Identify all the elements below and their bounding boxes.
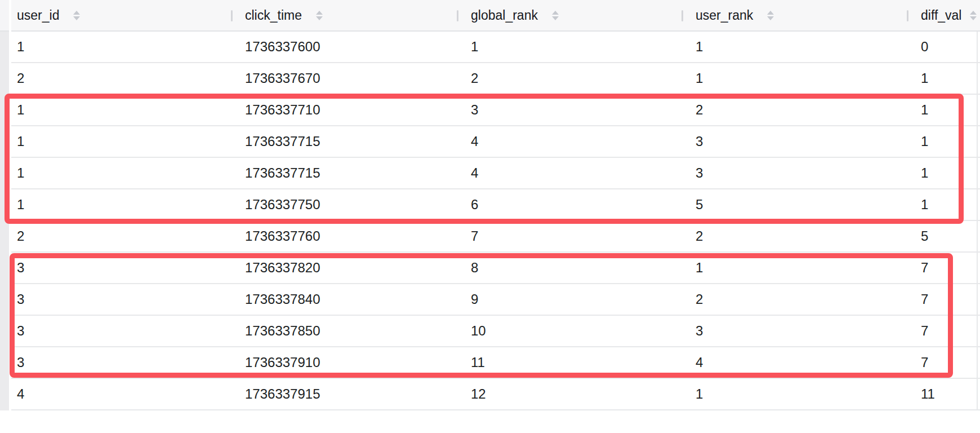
cell-click_time[interactable]: 1736337915 — [232, 379, 458, 409]
sort-arrows-icon[interactable] — [316, 11, 323, 20]
table-row: 11736337600110 — [11, 32, 980, 63]
cell-diff_val[interactable]: 5 — [908, 221, 980, 251]
cell-click_time[interactable]: 1736337710 — [232, 95, 458, 125]
column-resize-handle[interactable] — [907, 10, 908, 21]
cell-user_rank[interactable]: 1 — [683, 253, 908, 283]
cell-user_rank[interactable]: 1 — [683, 379, 908, 409]
cell-user_rank[interactable]: 2 — [683, 95, 908, 125]
column-label: click_time — [245, 8, 302, 23]
cell-user_id[interactable]: 1 — [11, 95, 232, 125]
table-row: 317363379101147 — [11, 347, 980, 379]
sort-arrows-icon[interactable] — [73, 11, 80, 20]
cell-user_id[interactable]: 2 — [11, 221, 232, 251]
table-body: 1173633760011021736337670211117363377103… — [11, 32, 980, 410]
column-header-diff_val[interactable]: diff_val — [908, 0, 980, 30]
table-row: 31736337840927 — [11, 284, 980, 316]
cell-user_id[interactable]: 2 — [11, 63, 232, 94]
cell-user_id[interactable]: 1 — [11, 158, 232, 188]
cell-global_rank[interactable]: 9 — [458, 284, 683, 315]
results-grid: user_idclick_timeglobal_rankuser_rankdif… — [0, 0, 980, 433]
column-label: user_id — [17, 8, 59, 23]
table-row: 11736337715431 — [11, 158, 980, 189]
table-row: 11736337715431 — [11, 126, 980, 158]
cell-global_rank[interactable]: 7 — [458, 221, 683, 251]
cell-diff_val[interactable]: 7 — [908, 284, 980, 315]
cell-user_id[interactable]: 3 — [11, 347, 232, 378]
cell-diff_val[interactable]: 7 — [908, 316, 980, 346]
cell-user_id[interactable]: 3 — [11, 284, 232, 315]
cell-user_id[interactable]: 1 — [11, 189, 232, 220]
cell-click_time[interactable]: 1736337670 — [232, 63, 458, 94]
table-row: 21736337670211 — [11, 63, 980, 95]
table-row: 317363378501037 — [11, 316, 980, 347]
row-gutter-header — [0, 0, 9, 32]
cell-diff_val[interactable]: 7 — [908, 253, 980, 283]
cell-global_rank[interactable]: 10 — [458, 316, 683, 346]
cell-user_id[interactable]: 3 — [11, 316, 232, 346]
table-row: 21736337760725 — [11, 221, 980, 253]
cell-click_time[interactable]: 1736337850 — [232, 316, 458, 346]
cell-diff_val[interactable]: 7 — [908, 347, 980, 378]
sort-arrows-icon[interactable] — [767, 11, 774, 20]
table-row: 11736337750651 — [11, 189, 980, 221]
cell-user_rank[interactable]: 1 — [683, 32, 908, 62]
header-row: user_idclick_timeglobal_rankuser_rankdif… — [11, 0, 980, 32]
sort-arrows-icon[interactable] — [552, 11, 559, 20]
column-header-user_id[interactable]: user_id — [11, 0, 232, 30]
column-header-user_rank[interactable]: user_rank — [683, 0, 908, 30]
cell-user_id[interactable]: 3 — [11, 253, 232, 283]
cell-global_rank[interactable]: 4 — [458, 158, 683, 188]
cell-user_rank[interactable]: 3 — [683, 316, 908, 346]
column-resize-handle[interactable] — [681, 10, 683, 21]
cell-click_time[interactable]: 1736337715 — [232, 126, 458, 157]
cell-click_time[interactable]: 1736337760 — [232, 221, 458, 251]
cell-global_rank[interactable]: 2 — [458, 63, 683, 94]
cell-diff_val[interactable]: 1 — [908, 126, 980, 157]
column-label: diff_val — [921, 8, 961, 23]
cell-global_rank[interactable]: 4 — [458, 126, 683, 157]
cell-click_time[interactable]: 1736337750 — [232, 189, 458, 220]
cell-user_rank[interactable]: 3 — [683, 126, 908, 157]
row-gutter — [0, 0, 9, 410]
cell-user_rank[interactable]: 2 — [683, 221, 908, 251]
table-row: 4173633791512111 — [11, 379, 980, 410]
cell-user_rank[interactable]: 5 — [683, 189, 908, 220]
cell-global_rank[interactable]: 11 — [458, 347, 683, 378]
cell-diff_val[interactable]: 0 — [908, 32, 980, 62]
cell-user_rank[interactable]: 3 — [683, 158, 908, 188]
cell-click_time[interactable]: 1736337840 — [232, 284, 458, 315]
cell-diff_val[interactable]: 1 — [908, 63, 980, 94]
cell-diff_val[interactable]: 11 — [908, 379, 980, 409]
column-header-click_time[interactable]: click_time — [232, 0, 458, 30]
cell-global_rank[interactable]: 6 — [458, 189, 683, 220]
cell-global_rank[interactable]: 3 — [458, 95, 683, 125]
column-header-global_rank[interactable]: global_rank — [458, 0, 683, 30]
cell-click_time[interactable]: 1736337600 — [232, 32, 458, 62]
cell-diff_val[interactable]: 1 — [908, 158, 980, 188]
cell-user_id[interactable]: 1 — [11, 32, 232, 62]
cell-click_time[interactable]: 1736337715 — [232, 158, 458, 188]
cell-diff_val[interactable]: 1 — [908, 189, 980, 220]
column-label: user_rank — [696, 8, 753, 23]
cell-global_rank[interactable]: 8 — [458, 253, 683, 283]
table-row: 31736337820817 — [11, 253, 980, 284]
cell-diff_val[interactable]: 1 — [908, 95, 980, 125]
cell-click_time[interactable]: 1736337910 — [232, 347, 458, 378]
cell-user_rank[interactable]: 1 — [683, 63, 908, 94]
cell-user_id[interactable]: 4 — [11, 379, 232, 409]
data-table: user_idclick_timeglobal_rankuser_rankdif… — [11, 0, 980, 410]
column-resize-handle[interactable] — [231, 10, 233, 21]
cell-user_id[interactable]: 1 — [11, 126, 232, 157]
sort-arrows-icon[interactable] — [970, 11, 977, 20]
cell-user_rank[interactable]: 2 — [683, 284, 908, 315]
column-resize-handle[interactable] — [457, 10, 458, 21]
column-label: global_rank — [471, 8, 538, 23]
cell-user_rank[interactable]: 4 — [683, 347, 908, 378]
cell-click_time[interactable]: 1736337820 — [232, 253, 458, 283]
cell-global_rank[interactable]: 1 — [458, 32, 683, 62]
cell-global_rank[interactable]: 12 — [458, 379, 683, 409]
table-row: 11736337710321 — [11, 95, 980, 126]
table-right-edge — [977, 32, 978, 410]
